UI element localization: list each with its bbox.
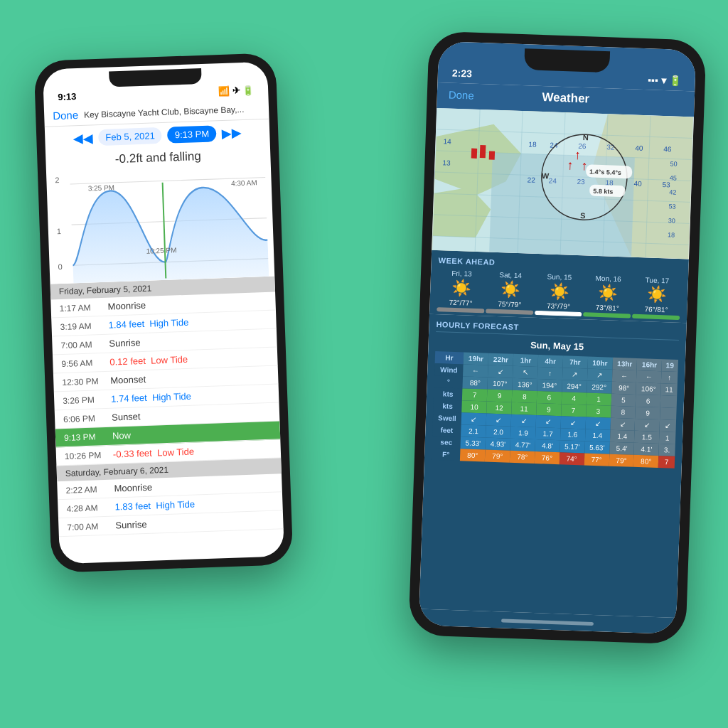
left-status-time: 9:13 [58,91,77,102]
chart-label-0: 0 [58,262,63,271]
svg-text:5.8 kts: 5.8 kts [593,188,613,196]
week-day-fri: Fri, 13 ☀️ 72°/77° [437,269,486,313]
svg-rect-53 [480,145,486,158]
sun-icon: ☀️ [647,285,667,304]
chart-time-2: 4:30 AM [231,178,257,187]
svg-text:46: 46 [663,145,672,153]
hourly-section: HOURLY FORECAST Sun, May 15 Hr 19hr 22hr… [419,314,687,618]
week-day-tue: Tue, 17 ☀️ 76°/81° [632,276,681,320]
sun-icon: ☀️ [598,284,618,303]
left-location-title: Key Biscayne Yacht Club, Biscayne Bay,..… [84,104,260,120]
col-header-10hr: 10hr [587,357,613,370]
svg-text:S: S [580,211,586,220]
week-bar [437,307,484,313]
home-indicator [501,619,594,626]
svg-text:14: 14 [443,137,451,145]
svg-rect-54 [489,151,495,159]
svg-text:13: 13 [442,159,451,166]
svg-text:18: 18 [528,140,537,148]
nav-back-button[interactable]: ◀◀ [73,130,93,146]
time-pill[interactable]: 9:13 PM [167,125,216,143]
right-notch [524,48,610,73]
col-header-13hr: 13hr [612,358,637,370]
week-ahead-section: WEEK AHEAD Fri, 13 ☀️ 72°/77° Sat, 14 ☀️… [429,250,689,323]
chart-time-1: 3:25 PM [88,183,115,192]
sun-icon: ☀️ [549,282,569,301]
nav-forward-button[interactable]: ▶▶ [222,125,242,141]
right-phone: 2:23 ▪▪▪ ▾ 🔋 Done Weather [408,31,706,644]
svg-text:W: W [542,171,550,180]
sun-icon: ☀️ [500,280,520,299]
map-area: 18 24 26 32 40 46 22 24 23 18 40 53 14 1… [432,108,694,259]
svg-text:42: 42 [669,188,676,196]
col-header-22hr: 22hr [488,353,514,366]
col-header-19b: 19 [662,359,678,372]
svg-text:1.4°s 5.4°s: 1.4°s 5.4°s [589,168,621,176]
left-done-button[interactable]: Done [53,109,78,122]
col-header-16hr: 16hr [637,358,662,371]
left-phone: 9:13 📶 ✈ 🔋 Done Key Biscayne Yacht Club,… [34,53,294,572]
col-header-1hr: 1hr [513,354,539,367]
right-status-time: 2:23 [452,68,473,80]
right-done-button[interactable]: Done [449,88,474,101]
col-header-19hr: 19hr [464,352,489,365]
date-pill[interactable]: Feb 5, 2021 [98,127,162,146]
svg-text:53: 53 [662,181,670,188]
svg-text:18: 18 [668,231,675,238]
svg-text:45: 45 [670,174,677,181]
week-bar [486,309,533,314]
week-day-mon: Mon, 16 ☀️ 73°/81° [583,274,632,318]
week-bar [535,311,582,316]
svg-rect-52 [471,149,477,159]
svg-text:↑: ↑ [567,158,574,172]
svg-text:N: N [583,133,589,141]
col-header-7hr: 7hr [562,355,588,368]
svg-text:22: 22 [528,176,536,183]
week-day-sat: Sat, 14 ☀️ 75°/79° [486,270,535,314]
chart-label-1: 1 [57,227,62,235]
week-grid: Fri, 13 ☀️ 72°/77° Sat, 14 ☀️ 75°/79° Su… [437,269,681,320]
left-screen: 9:13 📶 ✈ 🔋 Done Key Biscayne Yacht Club,… [43,62,284,564]
chart-label-2: 2 [55,176,60,184]
svg-text:↑: ↑ [574,148,582,162]
sun-icon: ☀️ [451,279,471,298]
chart-time-3: 10:25 PM [146,246,176,255]
tide-chart: 2 1 0 3:25 PM 4:30 AM 10:25 PM [46,163,274,284]
map-svg: 18 24 26 32 40 46 22 24 23 18 40 53 14 1… [432,108,694,259]
week-bar [583,312,631,318]
hourly-table: Hr 19hr 22hr 1hr 4hr 7hr 10hr 13hr 16hr … [432,351,678,469]
svg-text:40: 40 [633,180,642,188]
svg-text:30: 30 [668,217,675,224]
right-status-icons: ▪▪▪ ▾ 🔋 [648,74,681,87]
col-header-4hr: 4hr [538,355,563,368]
left-notch [109,68,202,87]
right-screen: 2:23 ▪▪▪ ▾ 🔋 Done Weather [419,41,696,634]
week-day-sun: Sun, 15 ☀️ 73°/79° [535,272,584,316]
left-status-icons: 📶 ✈ 🔋 [218,85,255,97]
svg-text:50: 50 [670,160,677,167]
svg-text:53: 53 [668,203,675,210]
week-bar [632,314,680,320]
col-header-hr: Hr [435,351,464,364]
tide-list: Friday, February 5, 2021 1:17 AM Moonris… [50,277,284,564]
svg-text:40: 40 [635,144,643,152]
right-weather-title: Weather [542,90,589,106]
